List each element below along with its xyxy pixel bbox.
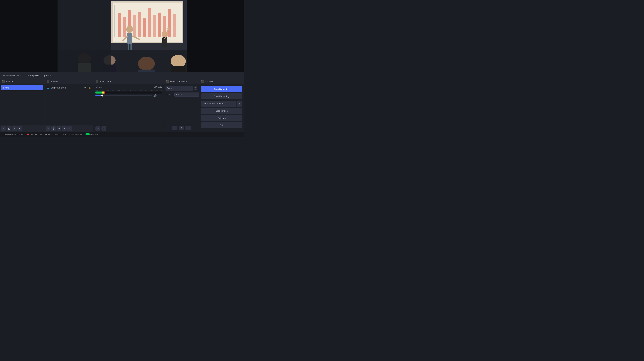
- audio-mixer-panel: ⬛ Audio Mixer Mic/Aux -83.3 dB -60 -55 -…: [94, 79, 164, 132]
- source-item[interactable]: 🌐 Corporate event 👁 🔒: [44, 85, 93, 91]
- svg-rect-7: [133, 15, 136, 37]
- channel-name: Mic/Aux: [96, 86, 103, 88]
- svg-point-35: [171, 55, 186, 67]
- svg-point-18: [126, 26, 133, 33]
- filters-button[interactable]: ▦ Filters: [42, 73, 54, 78]
- svg-rect-20: [128, 43, 129, 50]
- transitions-header: ⬛ Scene Transitions: [164, 79, 199, 84]
- channel-options-button[interactable]: ⋮: [158, 93, 162, 97]
- no-source-label: No source selected: [1, 74, 23, 77]
- scene-item[interactable]: Scene: [1, 85, 43, 90]
- svg-rect-10: [148, 8, 151, 37]
- transition-spinner: ▲ ▼: [194, 86, 197, 90]
- meter-bar-bg: [96, 91, 162, 93]
- rec-icon: ⏺: [45, 133, 47, 136]
- move-scene-up-button[interactable]: ∧: [12, 126, 17, 131]
- controls-icon: ⬛: [201, 80, 204, 83]
- start-recording-button[interactable]: Start Recording: [201, 93, 242, 99]
- source-visibility-button[interactable]: 👁: [84, 86, 87, 89]
- exit-button[interactable]: Exit: [201, 122, 242, 128]
- source-type-icon: 🌐: [46, 86, 49, 89]
- virtual-camera-row: Start Virtual Camera ⚙: [201, 101, 242, 107]
- move-scene-down-button[interactable]: ∨: [18, 126, 22, 131]
- scenes-list: Scene: [0, 84, 44, 125]
- sources-footer: + 🗑 ⚙ ∧ ∨: [44, 125, 93, 132]
- scene-transitions-panel: ⬛ Scene Transitions Fade Cut Swipe Slide…: [164, 79, 199, 132]
- transition-up-button[interactable]: ▲: [194, 86, 197, 88]
- studio-mode-button[interactable]: Studio Mode: [201, 108, 242, 114]
- duration-input[interactable]: [174, 92, 199, 96]
- gear-icon: ⚙: [27, 74, 29, 77]
- svg-rect-24: [122, 40, 124, 42]
- add-scene-button[interactable]: +: [1, 126, 6, 131]
- svg-rect-15: [173, 14, 176, 37]
- svg-point-28: [167, 27, 170, 30]
- channel-controls: 🔊 ⋮: [96, 93, 162, 97]
- controls-panel: ⬛ Controls Stop Streaming Start Recordin…: [199, 79, 244, 132]
- svg-rect-21: [130, 43, 132, 50]
- meter-fill: [96, 91, 105, 93]
- remove-source-button[interactable]: 🗑: [51, 126, 56, 131]
- scenes-panel-header: ⬛ Scenes: [0, 79, 44, 84]
- source-controls: 👁 🔒: [84, 86, 91, 89]
- source-name-label: Corporate event: [51, 86, 83, 89]
- controls-header: ⬛ Controls: [199, 79, 244, 84]
- rec-status: ⏺ REC: 00:00:00: [45, 133, 60, 136]
- properties-bar: No source selected ⚙ Properties ▦ Filter…: [0, 72, 244, 79]
- start-virtual-camera-button[interactable]: Start Virtual Camera: [201, 101, 236, 107]
- svg-rect-34: [138, 69, 155, 72]
- sources-icon: ⬛: [46, 80, 49, 83]
- mute-button[interactable]: 🔊: [153, 93, 157, 97]
- volume-thumb: [101, 94, 103, 96]
- settings-button[interactable]: Settings: [201, 115, 242, 121]
- svg-point-33: [138, 57, 155, 71]
- scenes-footer: + 🗑 ∧ ∨: [0, 125, 44, 132]
- remove-transition-button[interactable]: 🗑: [179, 126, 184, 130]
- svg-rect-5: [123, 17, 126, 37]
- add-transition-button[interactable]: +: [172, 126, 178, 130]
- volume-slider[interactable]: [96, 95, 152, 96]
- audio-settings-button[interactable]: ⚙: [96, 126, 100, 131]
- svg-rect-9: [143, 18, 146, 37]
- svg-rect-4: [118, 13, 121, 37]
- signal-bar: [86, 133, 90, 135]
- audio-mixer-header: ⬛ Audio Mixer: [94, 79, 164, 84]
- audio-channel-header: Mic/Aux -83.3 dB: [96, 86, 162, 88]
- source-lock-button[interactable]: 🔒: [88, 86, 91, 89]
- status-bar: Dropped Frames 0 (0.0%) LIVE: 00:01:00 ⏺…: [0, 132, 244, 137]
- audio-footer: ⚙ ⋮: [94, 125, 164, 132]
- audio-options-button[interactable]: ⋮: [102, 126, 106, 131]
- preview-area: [0, 0, 244, 72]
- cpu-fps-status: CPU: 19.3%, 60.00 fps: [64, 133, 82, 135]
- audio-channels: Mic/Aux -83.3 dB -60 -55 -50 -45 -40 -35…: [94, 84, 164, 125]
- preview-video: [58, 0, 187, 72]
- source-settings-button[interactable]: ⚙: [56, 126, 61, 131]
- move-source-down-button[interactable]: ∨: [67, 126, 72, 131]
- svg-rect-12: [158, 12, 161, 37]
- scenes-panel: ⬛ Scenes Scene + 🗑 ∧ ∨: [0, 79, 44, 132]
- remove-scene-button[interactable]: 🗑: [7, 126, 12, 131]
- live-indicator: [27, 134, 29, 135]
- transition-type-select[interactable]: Fade Cut Swipe Slide Luma Wipe Stinger: [166, 86, 193, 90]
- svg-rect-14: [168, 9, 171, 37]
- transitions-content: Fade Cut Swipe Slide Luma Wipe Stinger ▲…: [164, 84, 199, 124]
- stop-streaming-button[interactable]: Stop Streaming: [201, 86, 242, 92]
- svg-rect-37: [58, 0, 111, 72]
- scenes-icon: ⬛: [2, 80, 5, 83]
- sources-list: 🌐 Corporate event 👁 🔒: [44, 84, 93, 125]
- panels-area: ⬛ Scenes Scene + 🗑 ∧ ∨ ⬛ Sources 🌐 Corpo…: [0, 79, 244, 132]
- sources-panel-header: ⬛ Sources: [44, 79, 93, 84]
- transition-options-button[interactable]: ⋮: [186, 126, 191, 130]
- properties-button[interactable]: ⚙ Properties: [25, 73, 42, 78]
- audio-icon: ⬛: [96, 80, 98, 83]
- duration-label: Duration: [166, 93, 173, 96]
- duration-row: Duration ▲ ▼: [164, 92, 199, 98]
- virtual-camera-settings-button[interactable]: ⚙: [236, 101, 242, 107]
- svg-rect-11: [153, 15, 156, 37]
- transition-down-button[interactable]: ▼: [194, 88, 197, 90]
- move-source-up-button[interactable]: ∧: [62, 126, 66, 131]
- add-source-button[interactable]: +: [46, 126, 50, 131]
- filter-icon: ▦: [44, 74, 46, 77]
- svg-rect-36: [171, 66, 186, 72]
- svg-rect-8: [138, 12, 141, 37]
